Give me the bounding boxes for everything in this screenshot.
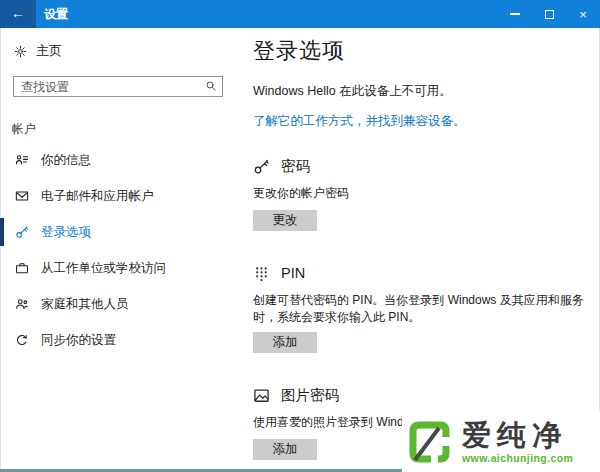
sidebar-item-work-school[interactable]: 从工作单位或学校访问 (0, 250, 235, 286)
gear-icon (14, 45, 27, 58)
add-pin-button[interactable]: 添加 (253, 332, 317, 353)
maximize-button[interactable] (532, 0, 566, 28)
sidebar-item-your-info[interactable]: 你的信息 (0, 142, 235, 178)
sidebar-item-label: 从工作单位或学校访问 (41, 260, 166, 277)
sidebar-item-signin-options[interactable]: 登录选项 (0, 214, 235, 250)
window-title: 设置 (44, 0, 68, 28)
minimize-button[interactable] (498, 0, 532, 28)
sidebar-item-label: 家庭和其他人员 (41, 296, 129, 313)
key-icon (15, 225, 29, 239)
back-arrow-icon: ← (11, 5, 25, 21)
watermark-url: www.aichunjing.com (462, 452, 573, 464)
pin-section-header: PIN (253, 263, 598, 283)
back-button[interactable]: ← (0, 0, 36, 28)
picture-password-section-title: 图片密码 (281, 386, 339, 405)
sidebar-item-label: 同步你的设置 (41, 332, 116, 349)
picture-password-section-header: 图片密码 (253, 385, 598, 405)
sidebar-item-label: 电子邮件和应用帐户 (41, 188, 154, 205)
page-title: 登录选项 (253, 36, 345, 66)
watermark: 爱纯净 www.aichunjing.com (402, 411, 600, 472)
password-section: 密码 更改你的帐户密码 更改 (253, 156, 598, 231)
sidebar-item-email-accounts[interactable]: 电子邮件和应用帐户 (0, 178, 235, 214)
minimize-icon (510, 13, 520, 15)
people-icon (15, 297, 29, 311)
sidebar-item-label: 登录选项 (41, 224, 91, 241)
password-section-title: 密码 (281, 157, 310, 176)
close-icon: × (579, 7, 587, 22)
sync-icon (15, 333, 29, 347)
key-icon (253, 158, 270, 175)
maximize-icon (545, 10, 554, 19)
settings-search (13, 76, 223, 97)
settings-window: ← 设置 × 主页 帐户 (0, 0, 600, 472)
watermark-text: 爱纯净 www.aichunjing.com (462, 420, 573, 464)
pin-section-desc: 创建可替代密码的 PIN。当你登录到 Windows 及其应用和服务时，系统会要… (253, 292, 598, 326)
close-button[interactable]: × (566, 0, 600, 28)
window-controls: × (498, 0, 600, 28)
watermark-brand: 爱纯净 (462, 420, 573, 450)
password-section-header: 密码 (253, 156, 598, 176)
pin-pad-icon (253, 265, 270, 282)
change-password-button[interactable]: 更改 (253, 210, 317, 231)
pin-section: PIN 创建可替代密码的 PIN。当你登录到 Windows 及其应用和服务时，… (253, 263, 598, 353)
email-icon (15, 189, 29, 203)
aichunjing-logo-icon (406, 417, 454, 467)
search-icon (205, 80, 217, 92)
titlebar: ← 设置 × (0, 0, 600, 28)
password-section-desc: 更改你的帐户密码 (253, 185, 598, 202)
contact-card-icon (15, 153, 29, 167)
sidebar-item-sync-settings[interactable]: 同步你的设置 (0, 322, 235, 358)
sidebar-item-family-people[interactable]: 家庭和其他人员 (0, 286, 235, 322)
briefcase-icon (15, 261, 29, 275)
windows-hello-learn-link[interactable]: 了解它的工作方式，并找到兼容设备。 (253, 113, 466, 130)
sidebar-item-label: 你的信息 (41, 152, 91, 169)
sidebar-section-label: 帐户 (12, 121, 36, 138)
windows-hello-status: Windows Hello 在此设备上不可用。 (253, 83, 452, 100)
sidebar-item-home[interactable]: 主页 (14, 41, 62, 61)
sidebar-home-label: 主页 (36, 42, 62, 60)
search-input[interactable] (13, 76, 223, 97)
main-content: 登录选项 Windows Hello 在此设备上不可用。 了解它的工作方式，并找… (253, 28, 598, 472)
sidebar-nav: 你的信息 电子邮件和应用帐户 登录选项 从工作单位或学校访问 (0, 142, 235, 358)
add-picture-password-button[interactable]: 添加 (253, 439, 317, 460)
pin-section-title: PIN (281, 265, 305, 281)
picture-icon (253, 387, 270, 404)
